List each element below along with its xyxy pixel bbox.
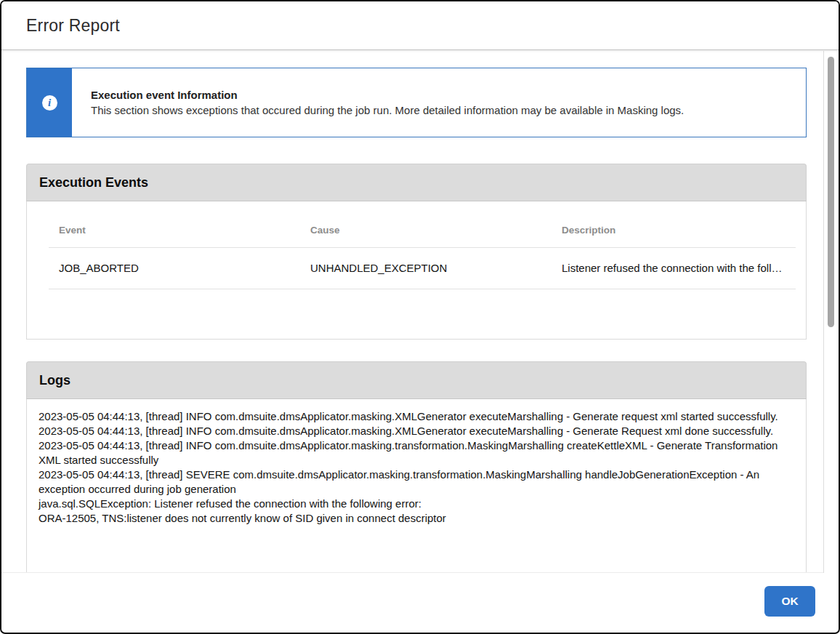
execution-events-body: Event Cause Description JOB_ABORTED UNHA… [26,201,807,340]
info-icon: i [42,95,57,111]
logs-header: Logs [26,361,807,399]
dialog-scrollbar-track[interactable] [823,51,838,573]
log-line: 2023-05-05 04:44:13, [thread] INFO com.d… [39,409,784,424]
log-line: ORA-12505, TNS:listener does not current… [39,511,784,526]
log-line: 2023-05-05 04:44:13, [thread] INFO com.d… [39,424,784,438]
column-header-cause: Cause [300,225,552,236]
execution-events-table: Event Cause Description JOB_ABORTED UNHA… [49,201,796,289]
dialog-content: i Execution event Information This secti… [1,51,823,573]
log-line: 2023-05-05 04:44:13, [thread] SEVERE com… [39,468,784,497]
execution-events-panel: Execution Events Event Cause Description… [26,164,807,340]
logs-body: 2023-05-05 04:44:13, [thread] INFO com.d… [26,399,807,573]
log-line: 2023-05-05 04:44:13, [thread] INFO com.d… [39,438,784,468]
ok-button[interactable]: OK [764,586,815,617]
logs-panel: Logs 2023-05-05 04:44:13, [thread] INFO … [26,361,807,573]
description-cell: Listener refused the connection with the… [552,262,796,274]
dialog-title: Error Report [26,16,120,36]
execution-events-title: Execution Events [39,175,148,190]
info-banner-body: Execution event Information This section… [72,68,806,137]
info-banner: i Execution event Information This secti… [26,68,807,137]
table-row: JOB_ABORTED UNHANDLED_EXCEPTION Listener… [49,248,796,289]
logs-title: Logs [39,373,70,388]
event-cell: JOB_ABORTED [49,262,300,274]
info-banner-text: This section shows exceptions that occur… [91,104,806,116]
dialog-scrollbar-thumb[interactable] [828,57,834,327]
column-header-description: Description [552,225,796,236]
error-report-dialog: Error Report i Execution event Informati… [0,0,840,634]
cause-cell: UNHANDLED_EXCEPTION [300,262,552,274]
dialog-header: Error Report [1,1,839,50]
log-line: java.sql.SQLException: Listener refused … [39,497,784,511]
column-header-event: Event [49,225,300,236]
execution-events-header: Execution Events [26,164,807,201]
info-banner-title: Execution event Information [91,89,806,101]
table-header-row: Event Cause Description [49,201,796,248]
info-banner-icon-block: i [27,68,72,137]
